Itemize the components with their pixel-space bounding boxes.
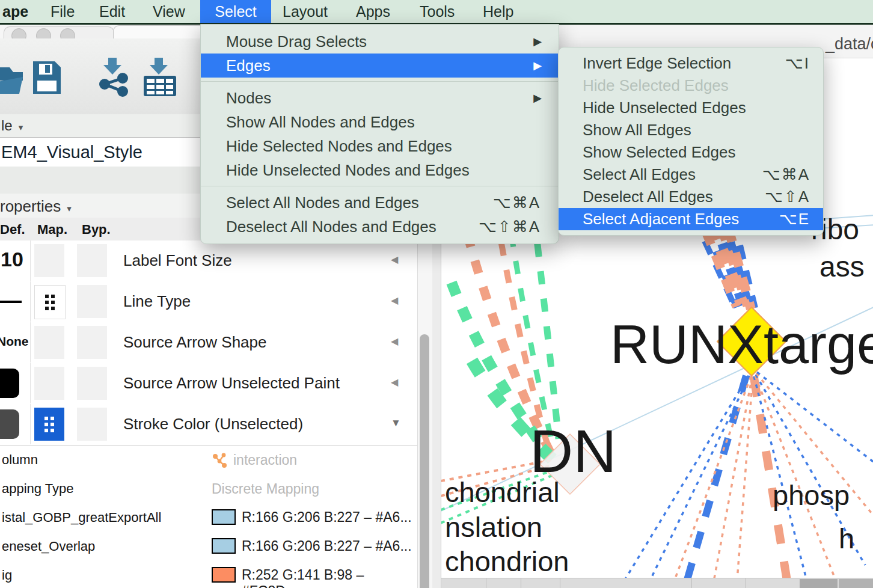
collapse-arrow-icon[interactable]: ◀ xyxy=(391,335,398,347)
menu-tools[interactable]: Tools xyxy=(420,0,455,23)
node-label-runxtarget[interactable]: RUNXtarget xyxy=(610,317,873,372)
color-swatch xyxy=(0,369,19,398)
menu-item-select-all-edges[interactable]: Select All Edges ⌥⌘A xyxy=(559,164,823,186)
default-value-cell[interactable]: None xyxy=(0,322,31,363)
horizontal-scrollbar[interactable] xyxy=(441,578,873,588)
default-value: None xyxy=(0,334,29,349)
menu-item-invert-edge-selection[interactable]: Invert Edge Selection ⌥I xyxy=(559,52,823,75)
menu-apps[interactable]: Apps xyxy=(356,0,390,23)
menu-item-select-adjacent-edges[interactable]: Select Adjacent Edges ⌥E xyxy=(559,208,823,230)
property-row-label-font-size[interactable]: 10 Label Font Size ◀ xyxy=(0,240,418,282)
property-row-source-arrow-paint[interactable]: Source Arrow Unselected Paint ◀ xyxy=(0,363,418,405)
menu-item-label: Mouse Drag Selects xyxy=(226,32,367,51)
node-label-phosp[interactable]: phosp xyxy=(773,481,850,509)
property-row-source-arrow-shape[interactable]: None Source Arrow Shape ◀ xyxy=(0,322,418,364)
color-swatch[interactable] xyxy=(212,567,236,583)
column-mapping: Map. xyxy=(37,222,67,237)
expand-arrow-icon[interactable]: ▼ xyxy=(391,417,401,429)
menu-shortcut: ⌥E xyxy=(779,208,810,230)
node-label-nslation[interactable]: nslation xyxy=(445,513,542,541)
import-network-icon[interactable] xyxy=(96,57,131,99)
node-label-h[interactable]: h xyxy=(839,524,854,553)
import-table-icon[interactable] xyxy=(141,57,177,99)
menu-edit[interactable]: Edit xyxy=(99,0,125,23)
collapse-arrow-icon[interactable]: ◀ xyxy=(391,295,398,306)
default-value-cell[interactable] xyxy=(0,281,31,322)
default-value-cell[interactable] xyxy=(0,363,31,403)
menu-view[interactable]: View xyxy=(153,0,185,23)
mapping-row-geneset-overlap[interactable]: eneset_Overlap R:166 G:206 B:227 – #A6..… xyxy=(0,532,418,562)
menu-item-label: Deselect All Nodes and Edges xyxy=(226,218,437,236)
scrollbar-thumb[interactable] xyxy=(839,579,873,588)
menu-item-deselect-all-nodes-edges[interactable]: Deselect All Nodes and Edges ⌥⇧⌘A xyxy=(201,215,559,239)
mapping-row-column[interactable]: olumn interaction xyxy=(0,446,418,475)
node-label-chondrial[interactable]: chondrial xyxy=(445,478,560,506)
property-row-line-type[interactable]: Line Type ◀ xyxy=(0,281,418,323)
mapping-cell[interactable] xyxy=(34,367,64,400)
default-value-cell[interactable]: 10 xyxy=(0,240,31,281)
menu-file[interactable]: File xyxy=(51,0,75,23)
menu-help[interactable]: Help xyxy=(483,0,513,23)
scrollbar-divider xyxy=(521,578,521,588)
bypass-cell[interactable] xyxy=(77,367,107,400)
color-swatch[interactable] xyxy=(212,538,236,554)
scrollbar-divider xyxy=(560,578,560,588)
scrollbar-divider xyxy=(746,578,746,588)
bypass-cell[interactable] xyxy=(77,244,107,277)
menu-app-name[interactable]: ape xyxy=(2,0,28,23)
mapping-cell[interactable] xyxy=(34,285,66,319)
caret-down-icon: ▾ xyxy=(67,203,72,213)
menu-item-hide-selected-nodes-edges[interactable]: Hide Selected Nodes and Edges xyxy=(201,134,559,158)
submenu-arrow-icon: ▶ xyxy=(533,54,542,78)
menu-item-hide-unselected-edges[interactable]: Hide Unselected Edges xyxy=(559,97,823,119)
mapping-row-label: olumn xyxy=(2,452,38,468)
mapping-row-distal-gobp[interactable]: istal_GOBP_greatExportAll R:166 G:206 B:… xyxy=(0,503,418,533)
menu-item-hide-selected-edges: Hide Selected Edges xyxy=(559,75,823,97)
tab-style[interactable]: le▾ xyxy=(1,117,23,134)
menu-item-mouse-drag-selects[interactable]: Mouse Drag Selects ▶ xyxy=(201,29,559,54)
bypass-cell[interactable] xyxy=(77,285,107,318)
bypass-cell[interactable] xyxy=(77,408,107,441)
menu-item-edges[interactable]: Edges ▶ xyxy=(201,54,559,78)
node-label-dn[interactable]: DN xyxy=(530,421,616,481)
node-label-ass[interactable]: ass xyxy=(819,253,865,281)
mapping-cell[interactable] xyxy=(34,326,64,359)
menu-item-nodes[interactable]: Nodes ▶ xyxy=(201,86,559,110)
scrollbar-thumb[interactable] xyxy=(800,579,838,588)
mapping-row-sig[interactable]: ig R:252 G:141 B:98 – #FC8D... xyxy=(0,561,418,588)
default-value-cell[interactable] xyxy=(0,404,31,444)
menu-item-deselect-all-edges[interactable]: Deselect All Edges ⌥⇧A xyxy=(559,186,823,208)
mapping-row-type[interactable]: apping Type Discrete Mapping xyxy=(0,474,418,504)
color-swatch[interactable] xyxy=(212,509,236,525)
bypass-cell[interactable] xyxy=(77,326,107,359)
node-label-chondrion[interactable]: chondrion xyxy=(445,547,569,575)
menu-item-hide-unselected-nodes-edges[interactable]: Hide Unselected Nodes and Edges xyxy=(201,158,559,182)
menu-select-active[interactable]: Select xyxy=(200,0,271,23)
open-file-icon[interactable] xyxy=(0,57,23,96)
menu-item-show-all-nodes-edges[interactable]: Show All Nodes and Edges xyxy=(201,110,559,134)
menu-item-label: Show All Nodes and Edges xyxy=(226,113,415,131)
menu-layout[interactable]: Layout xyxy=(283,0,328,23)
menu-shortcut: ⌥⌘A xyxy=(762,164,810,186)
scrollbar-divider xyxy=(691,578,692,588)
menu-item-select-all-nodes-edges[interactable]: Select All Nodes and Edges ⌥⌘A xyxy=(201,191,559,215)
collapse-arrow-icon[interactable]: ◀ xyxy=(391,254,398,265)
menu-item-label: Select All Nodes and Edges xyxy=(226,194,419,212)
panel-scrollbar[interactable] xyxy=(417,240,432,588)
property-label: Stroke Color (Unselected) xyxy=(123,415,303,433)
menu-item-show-selected-edges[interactable]: Show Selected Edges xyxy=(559,141,823,164)
scrollbar-divider xyxy=(486,578,486,588)
mapping-cell[interactable] xyxy=(34,244,64,277)
collapse-arrow-icon[interactable]: ◀ xyxy=(391,376,398,388)
column-default: Def. xyxy=(0,222,25,237)
window-title-fragment: _data/c xyxy=(826,35,873,54)
mapping-cell-selected[interactable] xyxy=(34,408,64,441)
tab-style-label: le xyxy=(1,117,13,133)
menu-item-label: Select All Edges xyxy=(583,165,696,183)
scrollbar-thumb[interactable] xyxy=(420,334,429,588)
interaction-icon xyxy=(212,452,227,468)
property-row-stroke-color[interactable]: Stroke Color (Unselected) ▼ xyxy=(0,404,418,446)
save-icon[interactable] xyxy=(32,57,62,96)
current-style-name: EM4_Visual_Style xyxy=(1,142,142,162)
menu-item-show-all-edges[interactable]: Show All Edges xyxy=(559,119,823,141)
